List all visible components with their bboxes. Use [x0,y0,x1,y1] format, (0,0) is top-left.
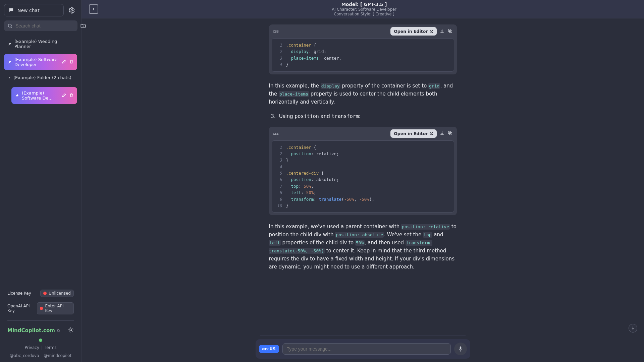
code-block: css Open in Editor 1.container { 2 displ… [269,24,457,74]
new-chat-label: New chat [17,8,40,13]
arrow-down-icon [631,326,635,330]
chat-item-software-developer[interactable]: (Example) Software Developer [4,54,77,70]
svg-point-0 [71,9,73,11]
chat-list: (Example) Wedding Planner (Example) Soft… [4,36,77,104]
dot-red-icon [40,307,43,310]
svg-point-1 [8,24,11,27]
copy-button[interactable] [447,130,453,137]
code-body: 1.container { 2 display: grid; 3 place-i… [272,38,454,72]
handle-author[interactable]: @abc_cordova [10,353,39,358]
gear-icon [68,7,75,14]
download-button[interactable] [439,130,445,137]
mic-button[interactable] [454,343,467,355]
external-link-icon [429,131,433,135]
chevron-right-icon [7,76,11,80]
dot-red-icon [43,292,47,295]
inline-code: left [269,240,281,246]
copy-button[interactable] [447,28,453,35]
scroll-to-bottom-button[interactable] [629,324,637,333]
style-label: Conversation Style: [ Creative ] [98,12,630,16]
open-in-editor-button[interactable]: Open in Editor [390,27,436,36]
pin-icon [15,94,19,98]
download-icon [439,28,445,34]
microphone-icon [458,346,464,352]
pin-icon [7,42,12,46]
paragraph: In this example, the display property of… [269,82,457,106]
open-in-editor-button[interactable]: Open in Editor [390,129,436,138]
locale-button[interactable]: en-US [259,345,279,353]
new-chat-button[interactable]: New chat [4,4,64,16]
input-dock: en-US [256,336,470,362]
copyright-icon: © [56,328,60,333]
chat-item-nested[interactable]: (Example) Software De... [11,87,77,104]
inline-code: position: absolute [335,232,384,238]
license-status-button[interactable]: Unlicensed [40,290,74,297]
inline-code: transform [332,113,359,119]
copy-icon [447,130,453,136]
code-block: css Open in Editor 1.container { 2 posit… [269,127,457,216]
copy-icon [447,28,453,34]
theme-toggle-button[interactable] [68,327,74,334]
external-link-icon [429,29,433,34]
inline-code: position [295,113,319,119]
inline-code: place-items [279,91,309,97]
delete-icon[interactable] [69,93,74,99]
brand-link[interactable]: MindCopilot.com [7,327,55,334]
chat-item-label: (Example) Software Developer [14,57,59,67]
sidebar-bottom: License Key Unlicensed OpenAI API Key En… [4,288,77,358]
status-dot-icon [39,339,42,342]
api-key-button[interactable]: Enter API Key [37,302,74,314]
delete-icon[interactable] [69,59,74,65]
divider [260,336,466,336]
pin-icon [7,60,12,64]
divider [7,320,74,321]
inline-code: position: relative [401,224,450,230]
download-icon [439,130,445,136]
settings-button[interactable] [66,5,77,16]
chat-item-label: (Example) Wedding Planner [14,39,74,49]
search-icon [7,23,13,28]
chat-scroll[interactable]: css Open in Editor 1.container { 2 displ… [82,18,644,362]
svg-point-2 [70,329,72,331]
sidebar-collapse-button[interactable] [89,4,98,14]
privacy-link[interactable]: Privacy [25,345,39,350]
download-button[interactable] [439,28,445,35]
code-body: 1.container { 2 position: relative; 3} 4… [272,140,454,213]
chat-bubble-icon [8,7,14,13]
license-key-label: License Key [7,291,31,296]
chevron-left-icon [92,7,96,11]
character-label: AI Character: Software Developer [98,7,630,12]
chat-item-label: (Example) Software De... [22,90,59,101]
edit-icon[interactable] [62,93,66,99]
chat-folder-label: (Example) Folder (2 chats) [13,75,71,80]
inline-code: top [423,232,432,238]
model-label: Model: [ GPT-3.5 ] [98,2,630,7]
code-language-label: css [273,29,279,34]
list-item: 3. Using position and transform: [271,113,457,119]
topbar: Model: [ GPT-3.5 ] AI Character: Softwar… [82,0,644,18]
search-input[interactable] [15,23,74,28]
terms-link[interactable]: Terms [45,345,56,350]
sidebar: New chat (Example) Wedding Planner [0,0,82,362]
chat-folder[interactable]: (Example) Folder (2 chats) [4,72,77,83]
main: Model: [ GPT-3.5 ] AI Character: Softwar… [82,0,644,362]
inline-code: display [321,83,340,89]
handle-product[interactable]: @mindcopilot [44,353,72,358]
chat-item-wedding-planner[interactable]: (Example) Wedding Planner [4,36,77,52]
api-key-label: OpenAI API Key [7,304,37,313]
search-wrapper [4,20,77,31]
sun-icon [68,327,74,333]
code-language-label: css [273,131,279,136]
paragraph: In this example, we've used a parent con… [269,223,457,271]
inline-code: grid [428,83,440,89]
edit-icon[interactable] [62,59,66,65]
inline-code: 50% [355,240,364,246]
message-input[interactable] [282,343,451,355]
